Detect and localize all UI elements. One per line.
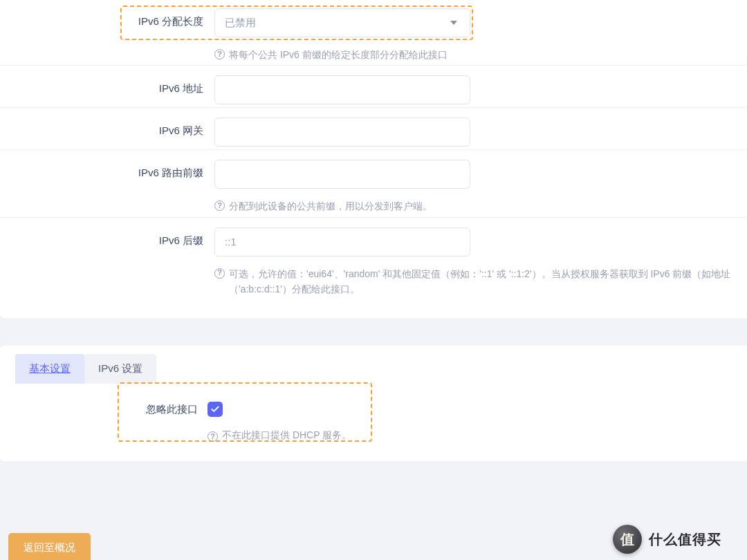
ipv6-config-panel: IPv6 分配长度 已禁用 ? 将每个公共 IPv6 前缀的给定长度部分分配给此… [0,0,747,318]
input-ipv6-address[interactable] [214,75,470,104]
dhcp-link: DHCP [293,429,320,440]
label-ipv6-gateway: IPv6 网关 [0,118,214,138]
row-ignore-interface: 忽略此接口 [0,398,747,417]
dhcp-tabs: 基本设置 IPv6 设置 [0,354,747,384]
help-icon: ? [214,200,225,211]
watermark-icon: 值 [613,525,642,554]
check-icon [210,404,220,414]
chevron-down-icon [450,21,457,25]
label-ipv6-suffix: IPv6 后缀 [0,227,214,248]
help-ipv6-routed-prefix: ? 分配到此设备的公共前缀，用以分发到客户端。 [214,198,733,214]
row-ipv6-assign-length: IPv6 分配长度 已禁用 ? 将每个公共 IPv6 前缀的给定长度部分分配给此… [0,0,747,62]
watermark: 值 什么值得买 [609,523,747,556]
dhcp-panel-body: 忽略此接口 ? 不在此接口提供 DHCP 服务。 [0,384,747,442]
input-ipv6-gateway[interactable] [214,118,470,147]
row-ipv6-suffix: IPv6 后缀 ? 可选，允许的值：'eui64'、'random' 和其他固定… [0,217,747,297]
help-icon: ? [208,431,218,442]
watermark-text: 什么值得买 [649,530,721,549]
label-ignore-interface: 忽略此接口 [0,402,208,416]
label-ipv6-routed-prefix: IPv6 路由前缀 [0,160,214,180]
help-ipv6-suffix: ? 可选，允许的值：'eui64'、'random' 和其他固定值（例如：'::… [214,266,733,297]
tab-ipv6-settings[interactable]: IPv6 设置 [84,354,156,384]
help-icon: ? [214,268,225,279]
help-icon: ? [214,49,225,59]
dhcp-panel: 基本设置 IPv6 设置 忽略此接口 ? 不在此接口提供 DHCP 服务。 [0,346,747,461]
row-ipv6-address: IPv6 地址 [0,65,747,104]
help-ipv6-assign-length: ? 将每个公共 IPv6 前缀的给定长度部分分配给此接口 [214,47,733,62]
footer-bar: 返回至概况 [0,535,91,560]
help-ignore-interface: ? 不在此接口提供 DHCP 服务。 [208,429,747,442]
select-ipv6-assign-length[interactable]: 已禁用 [214,8,470,37]
row-ipv6-gateway: IPv6 网关 [0,107,747,147]
checkbox-ignore-interface[interactable] [208,402,223,417]
input-ipv6-suffix[interactable] [214,227,470,256]
input-ipv6-routed-prefix[interactable] [214,160,470,189]
row-ipv6-routed-prefix: IPv6 路由前缀 ? 分配到此设备的公共前缀，用以分发到客户端。 [0,149,747,214]
label-ipv6-address: IPv6 地址 [0,75,214,95]
label-ipv6-assign-length: IPv6 分配长度 [0,8,214,28]
select-ipv6-assign-length-value: 已禁用 [225,17,256,30]
tab-basic[interactable]: 基本设置 [15,354,84,384]
section-gap [0,318,747,346]
back-button[interactable]: 返回至概况 [8,533,91,560]
